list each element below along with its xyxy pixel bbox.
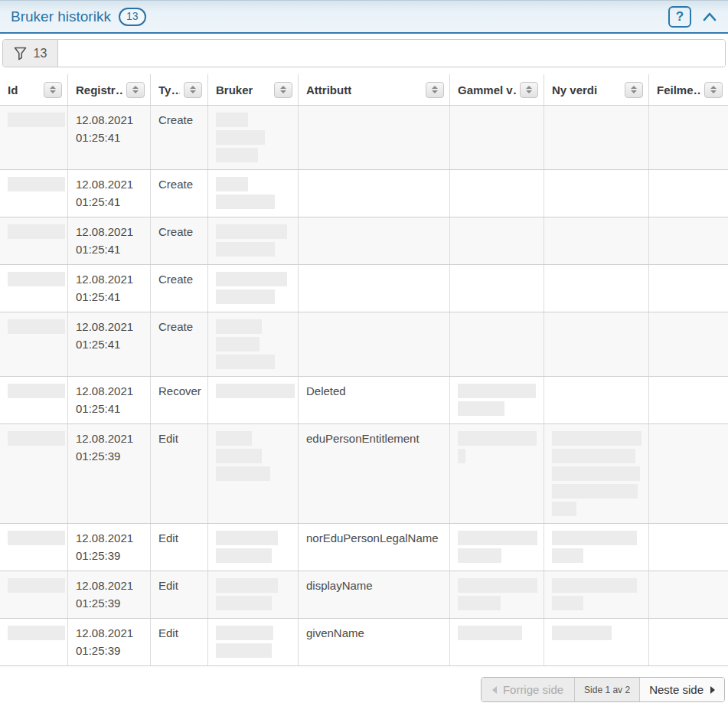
filter-toggle-button[interactable]: 13 [3,40,58,67]
sort-button[interactable] [126,82,145,98]
redacted-gammel-block [458,531,537,545]
redacted-id-block [8,177,65,191]
cell-ny-verdi [544,170,649,217]
redacted-bruker-block [216,224,287,239]
cell-registered: 12.08.202101:25:41 [68,170,151,217]
sort-button[interactable] [704,82,723,98]
redacted-gammel-block [458,449,465,463]
cell-attributt: eduPersonEntitlement [299,424,450,523]
cell-ny-verdi [544,217,649,264]
redacted-bruker-block [216,195,275,209]
history-table: IdRegistr…Ty…BrukerAttributtGammel v…Ny … [0,74,728,666]
redacted-bruker-block [216,384,295,398]
table-row: 12.08.202101:25:39EditnorEduPersonLegalN… [0,523,728,571]
collapse-button[interactable] [700,8,719,26]
redacted-bruker-block [216,531,278,545]
funnel-icon [14,47,27,60]
column-header-0: Id [0,74,68,105]
sort-up-icon [432,86,438,89]
cell-attributt [299,312,450,376]
cell-id [0,106,68,169]
redacted-bruker-block [216,130,265,145]
registered-date: 12.08.2021 [76,111,142,129]
table-row: 12.08.202101:25:39EditeduPersonEntitleme… [0,423,728,523]
next-page-button[interactable]: Neste side [639,678,724,701]
cell-bruker [208,571,299,618]
registered-date: 12.08.2021 [76,624,142,642]
registered-time: 01:25:41 [76,240,142,258]
cell-type: Edit [151,424,208,523]
cell-registered: 12.08.202101:25:39 [68,571,151,618]
next-page-label: Neste side [649,683,704,696]
cell-gammel-verdi [450,265,544,312]
sort-button[interactable] [520,82,538,98]
sort-button[interactable] [184,82,202,98]
sort-up-icon [50,86,56,89]
sort-up-icon [132,86,139,89]
redacted-id-block [8,224,65,239]
page-indicator-label: Side 1 av 2 [584,685,630,695]
cell-id [0,524,68,571]
cell-ny-verdi [544,571,649,618]
redacted-ny-block [552,449,635,463]
cell-type: Create [151,265,208,312]
redacted-id-block [8,626,65,640]
cell-ny-verdi [544,619,649,665]
registered-time: 01:25:39 [76,642,142,659]
pagination-bar: Forrige side Side 1 av 2 Neste side [0,677,728,703]
cell-gammel-verdi [450,524,544,571]
redacted-bruker-block [216,466,270,481]
redacted-ny-block [552,548,583,563]
redacted-id-block [8,531,65,545]
registered-time: 01:25:39 [76,547,142,564]
cell-bruker [208,170,299,217]
sort-down-icon [132,90,139,93]
redacted-gammel-block [458,596,501,610]
cell-feilmelding [649,106,728,169]
column-header-label: Ty… [158,83,180,96]
registered-date: 12.08.2021 [76,430,142,447]
column-header-4: Attributt [299,74,450,105]
redacted-gammel-block [458,626,522,640]
redacted-bruker-block [216,148,258,162]
table-header-row: IdRegistr…Ty…BrukerAttributtGammel v…Ny … [0,74,728,105]
cell-feilmelding [649,217,728,264]
sort-button[interactable] [274,82,292,98]
sort-button[interactable] [426,82,444,98]
cell-feilmelding [649,170,728,217]
cell-registered: 12.08.202101:25:41 [68,312,151,376]
cell-ny-verdi [544,524,649,571]
cell-id [0,619,68,665]
redacted-bruker-block [216,643,272,658]
cell-type: Create [151,217,208,264]
cell-type: Create [151,312,208,376]
pager-group: Forrige side Side 1 av 2 Neste side [481,677,725,702]
previous-page-button[interactable]: Forrige side [482,678,574,701]
sort-button[interactable] [625,82,643,98]
cell-feilmelding [649,312,728,376]
cell-registered: 12.08.202101:25:41 [68,106,151,169]
cell-feilmelding [649,377,728,423]
cell-registered: 12.08.202101:25:41 [68,265,151,312]
column-header-6: Ny verdi [544,74,649,105]
cell-id [0,424,68,523]
sort-down-icon [710,90,717,93]
column-header-label: Id [8,83,18,96]
sort-button[interactable] [44,82,62,98]
registered-date: 12.08.2021 [76,270,142,288]
redacted-bruker-block [216,355,275,369]
column-header-label: Feilme… [657,83,700,96]
cell-gammel-verdi [450,106,544,169]
page-title: Bruker historikk [11,8,111,25]
previous-page-label: Forrige side [503,683,563,696]
redacted-id-block [8,578,65,593]
help-button[interactable]: ? [668,6,691,28]
cell-id [0,377,68,423]
filter-search-input[interactable] [58,40,725,67]
column-header-7: Feilme… [649,74,728,105]
redacted-bruker-block [216,113,248,127]
redacted-bruker-block [216,272,287,286]
table-row: 12.08.202101:25:41Create [0,105,728,169]
cell-ny-verdi [544,106,649,169]
redacted-bruker-block [216,596,272,610]
